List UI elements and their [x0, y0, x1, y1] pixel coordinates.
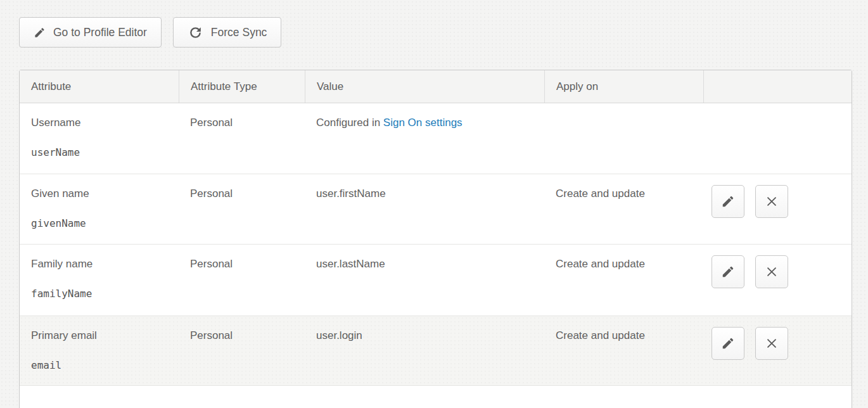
attribute-label: Username [31, 117, 172, 129]
column-header-attribute: Attribute [20, 70, 179, 103]
app-mappings-page: { "toolbar": { "profile_editor_label": "… [0, 0, 868, 408]
actions-cell [703, 316, 852, 385]
actions-cell-empty [703, 103, 852, 174]
attribute-type-cell: Personal [179, 103, 305, 174]
sign-on-settings-link[interactable]: Sign On settings [383, 117, 463, 129]
table-row-given-name: Given name givenName Personal user.first… [20, 174, 852, 244]
go-to-profile-editor-button[interactable]: Go to Profile Editor [19, 17, 162, 48]
attribute-type-cell: Personal [179, 316, 305, 385]
attribute-cell: Primary email email [20, 316, 179, 385]
delete-mapping-button[interactable] [755, 255, 788, 288]
refresh-icon [188, 25, 203, 41]
force-sync-button[interactable]: Force Sync [173, 17, 282, 48]
apply-on-cell: Create and update [544, 316, 703, 385]
value-cell: user.firstName [305, 174, 544, 244]
pencil-icon [34, 27, 46, 39]
column-header-apply-on: Apply on [544, 70, 703, 103]
column-header-actions [703, 70, 852, 103]
edit-mapping-button[interactable] [712, 185, 744, 218]
column-header-value: Value [305, 70, 544, 103]
pencil-icon [721, 336, 735, 350]
table-row-username: Username userName Personal Configured in… [20, 103, 852, 174]
value-prefix-text: Configured in [316, 117, 383, 129]
attribute-label: Primary email [31, 329, 172, 342]
edit-mapping-button[interactable] [712, 255, 744, 288]
edit-mapping-button[interactable] [712, 327, 744, 360]
pencil-icon [721, 265, 735, 279]
toolbar: Go to Profile Editor Force Sync [19, 17, 281, 48]
apply-on-cell [544, 103, 703, 174]
go-to-profile-editor-label: Go to Profile Editor [53, 26, 147, 39]
value-cell: Configured in Sign On settings [305, 103, 544, 174]
attribute-label: Given name [31, 188, 172, 200]
apply-on-cell: Create and update [544, 174, 703, 244]
attribute-cell: Given name givenName [20, 174, 179, 244]
attribute-variable-name: userName [31, 146, 172, 158]
attribute-variable-name: email [31, 359, 172, 371]
attribute-cell: Family name familyName [20, 245, 179, 316]
attribute-variable-name: givenName [31, 217, 172, 229]
table-row-family-name: Family name familyName Personal user.las… [20, 244, 852, 316]
value-cell: user.login [305, 316, 544, 385]
delete-mapping-button[interactable] [755, 327, 788, 360]
actions-cell [703, 174, 852, 244]
force-sync-label: Force Sync [211, 26, 267, 39]
column-header-attribute-type: Attribute Type [179, 70, 305, 103]
close-x-icon [765, 336, 779, 350]
table-row-partial [20, 385, 852, 408]
pencil-icon [721, 194, 735, 208]
attribute-type-cell: Personal [179, 174, 305, 244]
table-header-row: Attribute Attribute Type Value Apply on [20, 70, 852, 103]
close-x-icon [765, 194, 779, 208]
delete-mapping-button[interactable] [755, 185, 788, 218]
attribute-cell: Username userName [20, 103, 179, 174]
attribute-type-cell: Personal [179, 245, 305, 316]
value-cell: user.lastName [305, 245, 544, 316]
attribute-label: Family name [31, 258, 172, 271]
attribute-mapping-table: Attribute Attribute Type Value Apply on … [19, 70, 852, 408]
table-row-primary-email: Primary email email Personal user.login … [20, 316, 852, 385]
apply-on-cell: Create and update [544, 245, 703, 316]
actions-cell [703, 245, 852, 316]
close-x-icon [765, 265, 779, 279]
attribute-variable-name: familyName [31, 288, 172, 300]
